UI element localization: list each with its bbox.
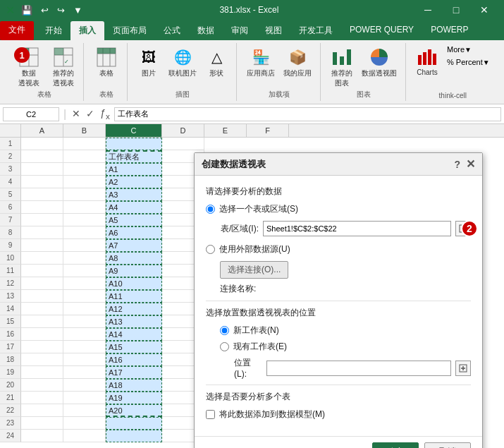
dialog-close-button[interactable]: ✕ xyxy=(466,157,475,171)
cell[interactable]: A13 xyxy=(106,315,162,328)
cell[interactable] xyxy=(63,239,106,252)
more-quick-icon[interactable]: ▼ xyxy=(71,4,85,17)
cell[interactable] xyxy=(63,138,106,150)
cell[interactable]: A14 xyxy=(106,328,162,341)
tab-powerp[interactable]: POWERP xyxy=(422,21,477,40)
minimize-button[interactable]: ─ xyxy=(414,0,442,20)
cancel-button[interactable]: 取消 xyxy=(424,442,471,448)
cell[interactable] xyxy=(106,417,162,430)
cell[interactable] xyxy=(21,328,63,341)
pivot-table-button[interactable]: 数据透视表 1 xyxy=(11,44,47,90)
online-picture-button[interactable]: 🌐 联机图片 xyxy=(166,44,199,80)
cell[interactable] xyxy=(21,341,63,353)
cell[interactable] xyxy=(63,379,106,392)
cell[interactable] xyxy=(21,252,63,265)
table-button[interactable]: 表格 xyxy=(92,44,121,80)
col-header-f[interactable]: F xyxy=(247,124,289,137)
cell[interactable]: A7 xyxy=(106,239,162,252)
cell[interactable]: A17 xyxy=(106,366,162,379)
cell[interactable]: A16 xyxy=(106,353,162,366)
radio-existing-sheet[interactable] xyxy=(220,342,229,351)
cell[interactable] xyxy=(63,150,106,163)
tab-home[interactable]: 开始 xyxy=(37,21,70,40)
cell[interactable] xyxy=(21,430,63,442)
cell[interactable] xyxy=(21,404,63,417)
tab-powerquery[interactable]: POWER QUERY xyxy=(341,21,422,40)
cell[interactable]: A10 xyxy=(106,277,162,290)
redo-icon[interactable]: ↪ xyxy=(55,4,67,17)
cell[interactable]: A15 xyxy=(106,341,162,353)
percent-thinkcell-button[interactable]: % Percent ▼ xyxy=(444,57,493,67)
col-header-b[interactable]: B xyxy=(63,124,106,137)
cell[interactable] xyxy=(63,252,106,265)
cell[interactable] xyxy=(21,163,63,176)
pivot-chart-button[interactable]: 数据透视图 xyxy=(359,44,400,90)
file-tab[interactable]: 文件 xyxy=(0,21,34,40)
radio-table-range[interactable] xyxy=(206,205,215,214)
cell[interactable] xyxy=(21,150,63,163)
cell[interactable] xyxy=(21,379,63,392)
cell[interactable] xyxy=(63,366,106,379)
ok-button[interactable]: 确定 xyxy=(372,442,419,448)
cell[interactable] xyxy=(63,392,106,404)
cell[interactable] xyxy=(63,201,106,214)
tab-pagelayout[interactable]: 页面布局 xyxy=(104,21,155,40)
tab-review[interactable]: 审阅 xyxy=(223,21,257,40)
cell[interactable]: A2 xyxy=(106,176,162,188)
cell[interactable] xyxy=(21,239,63,252)
col-header-c[interactable]: C xyxy=(106,124,162,137)
more-thinkcell-button[interactable]: More ▼ xyxy=(444,44,493,54)
appstore-button[interactable]: 🏪 应用商店 xyxy=(244,44,278,80)
select-connection-button[interactable]: 选择连接(O)... xyxy=(220,261,288,279)
radio-new-sheet[interactable] xyxy=(220,326,229,335)
cell[interactable] xyxy=(63,265,106,277)
table-range-input[interactable] xyxy=(263,221,451,236)
save-quick-icon[interactable]: 💾 xyxy=(19,4,35,17)
cell[interactable] xyxy=(63,303,106,315)
cell[interactable]: 工作表名 xyxy=(106,150,162,163)
cell[interactable]: A1 xyxy=(106,163,162,176)
cell[interactable] xyxy=(106,138,162,150)
col-header-d[interactable]: D xyxy=(162,124,204,137)
cell[interactable] xyxy=(63,214,106,226)
confirm-formula-icon[interactable]: ✓ xyxy=(85,107,96,121)
formula-input[interactable] xyxy=(114,107,501,121)
col-header-e[interactable]: E xyxy=(204,124,247,137)
cancel-formula-icon[interactable]: ✕ xyxy=(70,107,82,121)
cell[interactable] xyxy=(63,404,106,417)
cell-reference-input[interactable] xyxy=(3,107,59,121)
cell[interactable] xyxy=(21,201,63,214)
cell[interactable] xyxy=(162,138,204,150)
tab-insert[interactable]: 插入 xyxy=(70,21,104,40)
cell[interactable] xyxy=(21,392,63,404)
cell[interactable] xyxy=(63,163,106,176)
insert-function-icon[interactable]: ƒx xyxy=(99,106,111,122)
cell[interactable] xyxy=(63,417,106,430)
picture-button[interactable]: 🖼 图片 xyxy=(135,44,163,80)
cell[interactable]: A8 xyxy=(106,252,162,265)
col-header-a[interactable]: A xyxy=(21,124,63,137)
cell[interactable]: A9 xyxy=(106,265,162,277)
cell[interactable] xyxy=(21,290,63,303)
cell[interactable] xyxy=(21,214,63,226)
cell[interactable]: A18 xyxy=(106,379,162,392)
cell[interactable] xyxy=(21,265,63,277)
cell[interactable] xyxy=(63,353,106,366)
cell[interactable] xyxy=(106,430,162,442)
cell[interactable]: A3 xyxy=(106,188,162,201)
cell[interactable]: A5 xyxy=(106,214,162,226)
cell[interactable] xyxy=(21,417,63,430)
cell[interactable] xyxy=(63,315,106,328)
cell[interactable] xyxy=(21,176,63,188)
cell[interactable] xyxy=(21,138,63,150)
cell[interactable] xyxy=(63,341,106,353)
cell[interactable] xyxy=(63,188,106,201)
radio-external-source[interactable] xyxy=(206,245,215,254)
maximize-button[interactable]: □ xyxy=(442,0,470,20)
cell[interactable]: A6 xyxy=(106,226,162,239)
shapes-button[interactable]: △ 形状 xyxy=(202,44,231,80)
tab-formulas[interactable]: 公式 xyxy=(155,21,189,40)
cell[interactable] xyxy=(21,315,63,328)
cell[interactable] xyxy=(21,353,63,366)
undo-icon[interactable]: ↩ xyxy=(39,4,51,17)
